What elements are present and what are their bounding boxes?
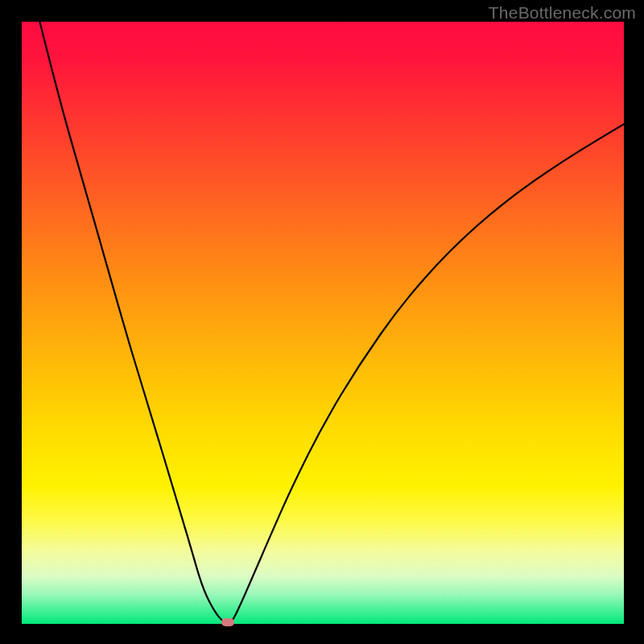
bottleneck-curve [22,22,624,624]
optimal-marker [221,618,234,626]
watermark-text: TheBottleneck.com [489,3,636,23]
chart-frame: TheBottleneck.com [0,0,644,644]
plot-area [22,22,624,624]
curve-path [39,22,624,623]
